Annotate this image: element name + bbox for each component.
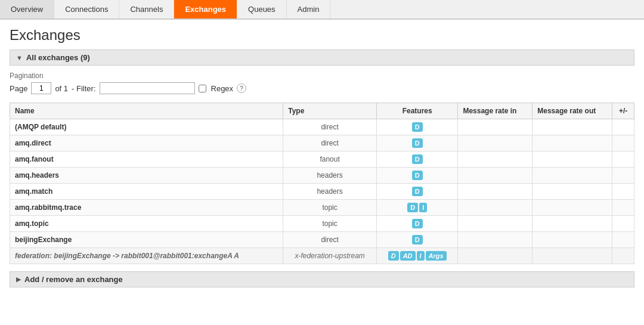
nav-overview[interactable]: Overview	[0, 0, 54, 18]
all-exchanges-header[interactable]: ▼ All exchanges (9)	[10, 49, 634, 66]
cell-msg-rate-out	[532, 232, 612, 248]
regex-label: Regex	[211, 84, 234, 93]
cell-name[interactable]: amq.direct	[10, 135, 283, 151]
cell-msg-rate-in	[458, 232, 532, 248]
filter-label: - Filter:	[72, 84, 95, 93]
top-nav: Overview Connections Channels Exchanges …	[0, 0, 644, 20]
filter-input[interactable]	[100, 82, 195, 94]
table-row[interactable]: amq.fanoutfanoutD	[10, 151, 634, 168]
cell-msg-rate-in	[458, 216, 532, 232]
cell-features: D	[376, 216, 457, 232]
cell-msg-rate-in	[458, 200, 532, 216]
nav-connections[interactable]: Connections	[54, 0, 119, 18]
of-label: of 1	[55, 84, 68, 93]
cell-name[interactable]: (AMQP default)	[10, 119, 283, 135]
cell-features: D	[376, 184, 457, 200]
cell-features: D	[376, 151, 457, 168]
page-content: Exchanges ▼ All exchanges (9) Pagination…	[0, 20, 644, 295]
table-row[interactable]: amq.matchheadersD	[10, 184, 634, 200]
badge-args: Args	[426, 251, 447, 261]
cell-name[interactable]: amq.topic	[10, 216, 283, 232]
cell-msg-rate-out	[532, 135, 612, 151]
cell-plus-minus	[612, 232, 634, 248]
badge-d: D	[412, 171, 423, 180]
col-type: Type	[283, 103, 377, 119]
help-icon[interactable]: ?	[237, 83, 246, 93]
cell-name[interactable]: amq.fanout	[10, 151, 283, 168]
cell-features: D	[376, 119, 457, 135]
expand-arrow-icon: ▶	[16, 276, 21, 283]
cell-features: DADIArgs	[376, 248, 457, 264]
col-plus-minus: +/-	[612, 103, 634, 119]
cell-plus-minus	[612, 135, 634, 151]
cell-msg-rate-out	[532, 216, 612, 232]
pagination-row: Page of 1 - Filter: Regex ?	[10, 82, 634, 94]
badge-d: D	[407, 203, 418, 212]
cell-msg-rate-in	[458, 184, 532, 200]
table-row[interactable]: amq.rabbitmq.tracetopicDI	[10, 200, 634, 216]
table-row[interactable]: federation: beijingExchange -> rabbit001…	[10, 248, 634, 264]
cell-name[interactable]: federation: beijingExchange -> rabbit001…	[10, 248, 283, 264]
cell-name[interactable]: amq.headers	[10, 168, 283, 184]
badge-d: D	[412, 138, 423, 148]
cell-msg-rate-in	[458, 168, 532, 184]
table-row[interactable]: amq.topictopicD	[10, 216, 634, 232]
nav-channels[interactable]: Channels	[119, 0, 174, 18]
table-row[interactable]: (AMQP default)directD	[10, 119, 634, 135]
badge-i: I	[419, 203, 427, 212]
cell-features: D	[376, 168, 457, 184]
table-row[interactable]: amq.headersheadersD	[10, 168, 634, 184]
cell-name[interactable]: beijingExchange	[10, 232, 283, 248]
regex-checkbox[interactable]	[199, 85, 206, 92]
cell-name[interactable]: amq.rabbitmq.trace	[10, 200, 283, 216]
cell-plus-minus	[612, 184, 634, 200]
cell-plus-minus	[612, 119, 634, 135]
cell-type: direct	[283, 119, 377, 135]
cell-type: topic	[283, 200, 377, 216]
col-msg-rate-in: Message rate in	[458, 103, 532, 119]
cell-name[interactable]: amq.match	[10, 184, 283, 200]
cell-features: D	[376, 232, 457, 248]
cell-msg-rate-in	[458, 119, 532, 135]
cell-type: fanout	[283, 151, 377, 168]
badge-i: I	[417, 251, 425, 261]
col-msg-rate-out: Message rate out	[532, 103, 612, 119]
cell-features: DI	[376, 200, 457, 216]
table-row[interactable]: amq.directdirectD	[10, 135, 634, 151]
add-remove-section[interactable]: ▶ Add / remove an exchange	[10, 271, 634, 287]
page-input[interactable]	[31, 82, 51, 94]
cell-plus-minus	[612, 248, 634, 264]
cell-msg-rate-out	[532, 151, 612, 168]
nav-admin[interactable]: Admin	[287, 0, 331, 18]
badge-d: D	[388, 251, 399, 261]
badge-d: D	[412, 235, 423, 244]
page-label: Page	[10, 84, 27, 93]
badge-ad: AD	[400, 251, 416, 261]
cell-plus-minus	[612, 168, 634, 184]
cell-msg-rate-out	[532, 119, 612, 135]
add-remove-label: Add / remove an exchange	[24, 275, 123, 284]
table-header-row: Name Type Features Message rate in Messa…	[10, 103, 634, 119]
cell-type: direct	[283, 232, 377, 248]
collapse-arrow-icon: ▼	[16, 54, 23, 61]
cell-msg-rate-in	[458, 248, 532, 264]
cell-plus-minus	[612, 151, 634, 168]
cell-type: headers	[283, 168, 377, 184]
cell-type: topic	[283, 216, 377, 232]
cell-msg-rate-out	[532, 168, 612, 184]
cell-plus-minus	[612, 200, 634, 216]
col-name: Name	[10, 103, 283, 119]
cell-msg-rate-in	[458, 135, 532, 151]
pagination-label: Pagination	[10, 72, 634, 80]
all-exchanges-label: All exchanges (9)	[26, 53, 90, 62]
nav-exchanges[interactable]: Exchanges	[174, 0, 237, 18]
table-row[interactable]: beijingExchangedirectD	[10, 232, 634, 248]
cell-msg-rate-out	[532, 248, 612, 264]
cell-plus-minus	[612, 216, 634, 232]
badge-d: D	[412, 122, 423, 132]
cell-features: D	[376, 135, 457, 151]
nav-queues[interactable]: Queues	[237, 0, 287, 18]
cell-type: x-federation-upstream	[283, 248, 377, 264]
cell-msg-rate-out	[532, 200, 612, 216]
cell-type: direct	[283, 135, 377, 151]
